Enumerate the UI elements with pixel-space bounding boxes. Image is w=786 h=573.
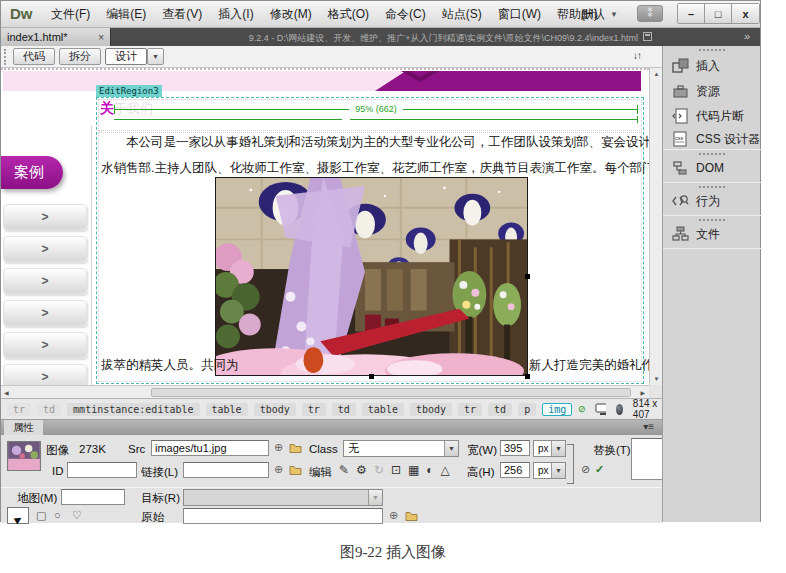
properties-tab[interactable]: 属性 (4, 420, 43, 435)
edit-settings-icon[interactable]: ⚙ (356, 463, 367, 477)
body-paragraph-line2[interactable]: 水销售部.主持人团队、化妆师工作室、摄影工作室、花艺师工作室，庆典节目表演工作室… (101, 160, 643, 177)
tag-tbody[interactable]: tbody (254, 403, 296, 416)
code-view-button[interactable]: 代码 (13, 48, 55, 65)
commit-size-icon[interactable]: ✓ (595, 463, 604, 476)
reset-size-icon[interactable]: ⊘ (581, 463, 590, 476)
crop-icon[interactable]: ⊡ (391, 463, 401, 477)
dock-item-files[interactable]: 文件 (663, 222, 761, 246)
class-select[interactable]: 无 ▼ (343, 440, 459, 457)
dock-gripper[interactable] (699, 49, 725, 51)
menu-site[interactable]: 站点(S) (434, 6, 490, 23)
body-text-below-right[interactable]: 新人打造完美的婚礼作出 (529, 357, 649, 374)
design-view-button[interactable]: 设计 (105, 48, 147, 65)
map-field[interactable] (61, 489, 125, 505)
workspace-switcher[interactable]: 默认 ▼ (574, 6, 625, 23)
update-original-icon[interactable]: ↻ (374, 463, 384, 477)
src-field[interactable]: images/tu1.jpg (151, 440, 269, 456)
menu-view[interactable]: 查看(V) (154, 6, 210, 23)
table-width-label[interactable]: 95% (662) (349, 104, 403, 114)
tag-table[interactable]: table (362, 403, 404, 416)
error-check-icon[interactable]: ⊘ (578, 402, 585, 416)
point-to-file-icon[interactable]: ⊕ (389, 509, 398, 522)
menu-edit[interactable]: 编辑(E) (98, 6, 154, 23)
tag-tr[interactable]: tr (458, 403, 482, 416)
inserted-image[interactable] (215, 177, 528, 376)
tag-tr[interactable]: tr (7, 403, 31, 416)
height-field[interactable]: 256 (500, 462, 530, 478)
selection-handle-right[interactable] (525, 274, 530, 279)
design-view-caret[interactable]: ▼ (147, 48, 164, 65)
rect-hotspot-tool[interactable]: ▢ (36, 509, 46, 522)
document-tab[interactable]: index1.html* × (1, 28, 111, 46)
minimize-button[interactable]: – (678, 4, 705, 23)
window-size-indicator[interactable]: 814 x 407 (633, 398, 660, 420)
tag-mmtinstance-editable[interactable]: mmtinstance:editable (67, 403, 199, 416)
chevron-down-icon[interactable]: ▼ (444, 441, 458, 456)
brightness-contrast-icon[interactable]: ◐ (426, 463, 433, 477)
design-view[interactable]: 案例 > > > > > > EditRegion3 关于我们 95% (662… (1, 68, 649, 385)
browse-folder-icon[interactable] (289, 464, 302, 475)
body-paragraph-line1[interactable]: 本公司是一家以从事婚礼策划和活动策划为主的大型专业化公司，工作团队设策划部、宴会… (101, 134, 643, 151)
menu-modify[interactable]: 修改(M) (262, 6, 320, 23)
tag-td[interactable]: td (37, 403, 61, 416)
resample-icon[interactable]: ▦ (408, 463, 419, 477)
wh-constrain-icon[interactable] (567, 444, 574, 484)
link-field[interactable] (183, 462, 269, 478)
maximize-button[interactable]: □ (705, 4, 732, 23)
restore-panel-icon[interactable] (643, 32, 652, 41)
dock-item-snippets[interactable]: 代码片断 (663, 104, 761, 128)
horizontal-scrollbar[interactable]: ◀ ▶ (1, 385, 649, 398)
id-field[interactable] (67, 462, 137, 478)
scrollbar-thumb[interactable] (151, 388, 631, 397)
dock-item-behaviors[interactable]: 行为 (663, 189, 761, 213)
vertical-scrollbar[interactable]: ▲ ▼ (649, 68, 662, 385)
dock-item-dom[interactable]: DOM (663, 156, 761, 180)
browse-folder-icon[interactable] (405, 510, 418, 521)
menu-file[interactable]: 文件(F) (43, 6, 98, 23)
dock-item-assets[interactable]: 资源 (663, 79, 761, 103)
tag-td[interactable]: td (332, 403, 356, 416)
tag-tbody[interactable]: tbody (410, 403, 452, 416)
browse-folder-icon[interactable] (289, 442, 302, 453)
scroll-left-icon[interactable]: ◀ (4, 389, 9, 396)
scroll-right-icon[interactable]: ▶ (640, 389, 645, 396)
menu-format[interactable]: 格式(O) (320, 6, 377, 23)
selection-handle-corner[interactable] (525, 374, 530, 379)
original-field[interactable] (183, 508, 383, 524)
target-select[interactable]: ▼ (183, 489, 383, 506)
dock-gripper[interactable] (699, 153, 725, 155)
multiscreen-preview-icon[interactable] (595, 403, 606, 416)
width-unit-select[interactable]: px ▼ (533, 440, 566, 457)
dock-gripper[interactable] (699, 186, 725, 188)
split-view-button[interactable]: 拆分 (59, 48, 101, 65)
edit-pencil-icon[interactable]: ✎ (339, 463, 349, 477)
table-width-indicator[interactable]: 95% (662) (114, 104, 638, 114)
menu-insert[interactable]: 插入(I) (210, 6, 261, 23)
oval-hotspot-tool[interactable]: ○ (54, 509, 61, 521)
point-to-file-icon[interactable]: ⊕ (274, 441, 283, 454)
preview-globe-icon[interactable] (616, 404, 623, 415)
dock-gripper[interactable] (699, 219, 725, 221)
dock-item-css-designer[interactable]: css CSS 设计器 (663, 127, 761, 151)
menu-commands[interactable]: 命令(C) (377, 6, 434, 23)
tab-close-icon[interactable]: × (98, 32, 104, 43)
width-field[interactable]: 395 (500, 440, 530, 456)
chevron-down-icon[interactable]: ▼ (551, 441, 565, 456)
polygon-hotspot-tool[interactable]: ♡ (72, 509, 82, 522)
pointer-tool-button[interactable]: ▶ (7, 507, 29, 524)
panel-menu-icon[interactable]: ▾≡ (643, 421, 654, 432)
menu-window[interactable]: 窗口(W) (490, 6, 549, 23)
app-extras-button[interactable]: ⁑ (637, 5, 663, 22)
chevron-down-icon[interactable]: ▼ (551, 463, 565, 478)
height-unit-select[interactable]: px ▼ (533, 462, 566, 479)
tag-p[interactable]: p (518, 403, 536, 416)
selection-handle-bottom[interactable] (369, 374, 374, 379)
collapse-panels-icon[interactable]: » (744, 30, 750, 42)
file-management-icon[interactable]: ↓↑ (633, 50, 641, 61)
tag-td[interactable]: td (488, 403, 512, 416)
tag-img-selected[interactable]: img (542, 403, 572, 416)
point-to-file-icon[interactable]: ⊕ (274, 463, 283, 476)
tag-table[interactable]: table (206, 403, 248, 416)
editable-region-label[interactable]: EditRegion3 (96, 85, 162, 97)
tag-tr[interactable]: tr (302, 403, 326, 416)
